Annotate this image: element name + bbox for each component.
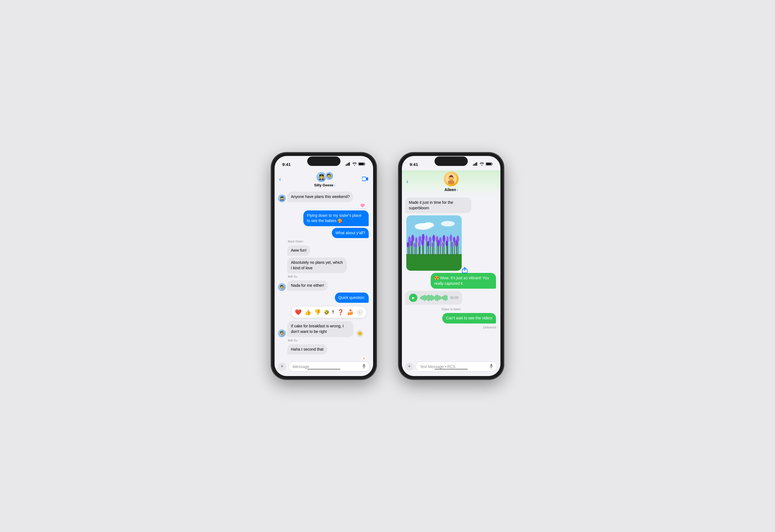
contact-chevron: › — [457, 188, 458, 191]
input-bar-2: + Text Message • RCS — [402, 359, 500, 376]
svg-point-62 — [418, 241, 420, 247]
photo-row — [406, 215, 497, 271]
status-icons-1 — [346, 162, 365, 166]
back-button-2[interactable]: ‹ — [406, 178, 415, 185]
reaction-heart[interactable]: ❤️ — [295, 309, 302, 315]
svg-rect-15 — [486, 163, 491, 165]
video-button-1[interactable] — [362, 176, 369, 183]
svg-point-70 — [437, 240, 440, 247]
reaction-more[interactable]: › — [357, 309, 363, 315]
plus-button-1[interactable]: + — [278, 363, 286, 371]
svg-point-68 — [431, 242, 433, 247]
compose-icon[interactable]: 🙂 — [356, 330, 363, 337]
bubble-4[interactable]: Aww fun! — [287, 245, 310, 256]
home-indicator-2 — [435, 369, 468, 370]
msg-avatar-6: 🧑‍🎨 — [278, 283, 286, 291]
group-avatar-2: 🧑‍🎨 — [325, 171, 334, 180]
raise-to-listen: Raise to listen — [405, 307, 497, 311]
contact-name[interactable]: Aileen › — [444, 187, 458, 192]
svg-point-74 — [446, 241, 448, 247]
svg-rect-2 — [348, 163, 349, 166]
svg-point-40 — [432, 235, 435, 242]
bubble-p2-3[interactable]: Can't wait to see the video! — [442, 313, 496, 324]
svg-rect-24 — [406, 254, 462, 271]
audio-duration: 00:05 — [450, 296, 458, 300]
dynamic-island-2 — [435, 157, 468, 166]
audio-bubble[interactable]: ▶ — [405, 291, 462, 305]
svg-point-76 — [451, 242, 453, 247]
svg-rect-12 — [475, 163, 476, 166]
tapback-heart: 🩷 — [358, 203, 366, 208]
svg-rect-1 — [347, 164, 348, 166]
input-placeholder-1: iMessage — [293, 364, 309, 369]
play-button[interactable]: ▶ — [409, 294, 417, 302]
svg-rect-13 — [476, 162, 477, 166]
phones-container: 9:41 ‹ — [271, 153, 504, 379]
svg-point-23 — [441, 221, 455, 226]
svg-point-60 — [414, 242, 416, 248]
mic-icon-2[interactable] — [490, 364, 493, 369]
msg-6: 🧑‍🎨 Nada for me either! — [278, 280, 370, 291]
nav-header-2: ‹ — [402, 170, 500, 195]
reaction-cake[interactable]: 🍰 — [347, 309, 354, 315]
bubble-7[interactable]: Quick question: — [335, 293, 369, 303]
svg-point-50 — [449, 234, 452, 242]
mic-icon-1[interactable] — [362, 364, 366, 369]
bubble-8[interactable]: If cake for breakfast is wrong, I don't … — [287, 321, 353, 337]
bubble-2[interactable]: Flying down to my sister's place to see … — [303, 210, 369, 226]
msg-p2-3: Can't wait to see the video! — [405, 313, 496, 324]
nav-header-1: ‹ 🧑‍✈️ 🧑‍🎨 Silly Geese › — [275, 170, 373, 189]
contact-info: Aileen › — [444, 171, 459, 192]
battery-icon-2 — [486, 162, 493, 166]
audio-waveform — [420, 294, 447, 301]
home-indicator-1 — [307, 369, 340, 370]
msg-p2-audio: ▶ — [405, 291, 497, 305]
bubble-p2-1[interactable]: Made it just in time for the superbloom — [405, 197, 471, 213]
contact-avatar — [444, 171, 459, 186]
msg-9: Haha I second that — [287, 344, 370, 355]
phone-1: 9:41 ‹ — [271, 153, 376, 379]
msg-3: What about y'all? — [278, 228, 369, 238]
group-name-chevron: › — [334, 184, 335, 187]
signal-icon-1 — [346, 162, 351, 166]
svg-point-30 — [415, 237, 417, 243]
message-input-1[interactable]: iMessage — [288, 361, 370, 372]
bubble-3[interactable]: What about y'all? — [332, 228, 369, 238]
svg-rect-6 — [362, 177, 366, 181]
reaction-haha[interactable]: 🤣 — [324, 310, 329, 315]
share-button[interactable] — [462, 267, 468, 275]
reaction-bar: ❤️ 👍 👎 🤣 ‼️ ❓ 🍰 › — [292, 307, 366, 318]
msg-avatar-8: 🧑‍🎨 — [278, 329, 286, 337]
group-name[interactable]: Silly Geese › — [314, 183, 335, 187]
svg-point-46 — [443, 235, 445, 242]
bubble-6[interactable]: Nada for me either! — [287, 280, 328, 291]
status-icons-2 — [473, 162, 493, 166]
svg-rect-80 — [490, 364, 492, 367]
svg-point-26 — [408, 236, 411, 243]
svg-point-66 — [427, 241, 429, 247]
messages-area-2: Made it just in time for the superbloom — [402, 195, 500, 359]
svg-point-22 — [423, 222, 434, 228]
bubble-p2-2[interactable]: 😍 Wow. It's just so vibrant! You really … — [431, 273, 496, 289]
bubble-1[interactable]: Anyone have plans this weekend? — [287, 192, 353, 202]
msg-7: Quick question: — [278, 293, 369, 303]
sender-will-2: Will Xu — [288, 339, 370, 342]
bubble-9[interactable]: Haha I second that — [287, 344, 327, 355]
svg-point-38 — [429, 237, 431, 243]
bubble-5[interactable]: Absolutely no plans yet, which I kind of… — [287, 257, 347, 273]
reaction-exclaim[interactable]: ‼️ — [332, 310, 334, 315]
phone-1-screen: 9:41 ‹ — [275, 156, 373, 376]
plus-button-2[interactable]: + — [405, 363, 413, 371]
back-button-1[interactable]: ‹ — [279, 176, 287, 183]
svg-point-78 — [455, 240, 458, 247]
svg-rect-5 — [359, 163, 364, 165]
svg-rect-11 — [474, 164, 475, 166]
reaction-thumbsup[interactable]: 👍 — [305, 309, 311, 315]
reaction-question[interactable]: ❓ — [337, 309, 344, 315]
reaction-thumbsdown[interactable]: 👎 — [314, 309, 321, 315]
lavender-photo-message[interactable] — [406, 215, 462, 271]
messages-area-1: 🧑‍✈️ Anyone have plans this weekend? 🩷 F… — [275, 189, 373, 359]
message-input-2[interactable]: Text Message • RCS — [416, 361, 497, 372]
phone-2: 9:41 ‹ — [399, 153, 504, 379]
msg-1: 🧑‍✈️ Anyone have plans this weekend? — [278, 192, 370, 202]
